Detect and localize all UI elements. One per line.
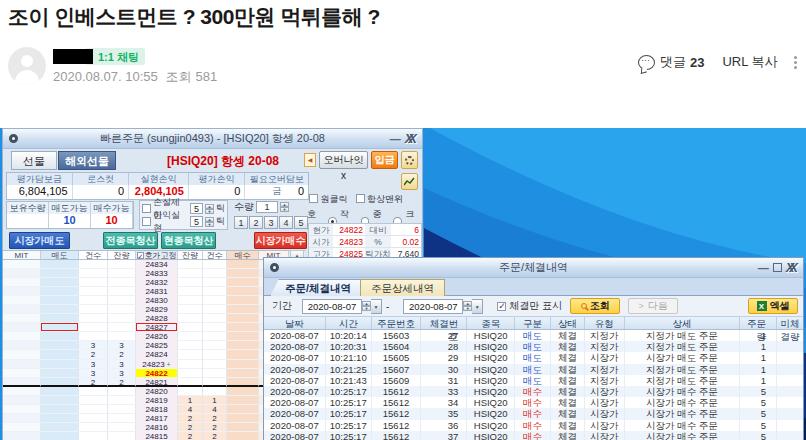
buy-order-cell[interactable] xyxy=(227,296,259,305)
table-row[interactable]: 2020-08-07 10:21:10 15605 29 HSIQ20 매도 체… xyxy=(264,352,803,363)
price-cell[interactable]: 24834 xyxy=(136,260,178,269)
table-row[interactable]: 2020-08-07 10:21:43 15609 31 HSIQ20 매도 체… xyxy=(264,375,803,386)
buy-order-cell[interactable] xyxy=(227,269,259,278)
market-sell-button[interactable]: 시장가매도 xyxy=(9,232,70,249)
table-row[interactable]: 2020-08-07 10:21:25 15607 30 HSIQ20 매도 체… xyxy=(264,364,803,375)
table-row[interactable]: 2020-08-07 10:25:17 15612 37 HSIQ20 매수 체… xyxy=(264,431,803,440)
sell-order-cell[interactable] xyxy=(41,378,79,387)
mit-sell-cell[interactable] xyxy=(3,260,41,269)
overnight-button[interactable]: 오버나잇 x xyxy=(319,151,368,169)
more-menu-icon[interactable] xyxy=(794,54,798,71)
sell-order-cell[interactable] xyxy=(41,387,79,396)
qty-button-3[interactable]: 3 xyxy=(264,216,278,229)
price-cell[interactable]: 24822 xyxy=(136,369,178,378)
sell-order-cell[interactable] xyxy=(41,432,79,440)
price-cell[interactable]: 24826 xyxy=(136,332,178,341)
sell-order-cell[interactable] xyxy=(41,369,79,378)
buy-order-cell[interactable] xyxy=(227,414,259,423)
buy-order-cell[interactable] xyxy=(227,332,259,341)
mit-sell-cell[interactable] xyxy=(3,396,41,405)
buy-order-cell[interactable] xyxy=(227,405,259,414)
chat-badge[interactable]: 1:1 채팅 xyxy=(86,48,145,65)
table-row[interactable]: 2020-08-07 10:25:17 15612 33 HSIQ20 매수 체… xyxy=(264,386,803,397)
date-from-dropdown-icon[interactable]: ▼ xyxy=(371,299,382,314)
url-copy-button[interactable]: URL 복사 xyxy=(722,53,777,71)
mit-sell-cell[interactable] xyxy=(3,287,41,296)
sell-order-cell[interactable] xyxy=(41,314,79,323)
mit-sell-cell[interactable] xyxy=(3,350,41,359)
sell-order-cell[interactable] xyxy=(41,278,79,287)
date-from-input[interactable]: 2020-08-07 ▼ xyxy=(302,299,382,314)
buy-order-cell[interactable] xyxy=(227,350,259,359)
buy-order-cell[interactable] xyxy=(227,278,259,287)
tab-order-detail[interactable]: 주문상세내역 xyxy=(360,279,445,296)
next-button[interactable]: > 다음 xyxy=(628,298,678,314)
sell-order-cell[interactable] xyxy=(41,296,79,305)
price-cell[interactable]: 24828 xyxy=(136,314,178,323)
filled-only-checkbox[interactable] xyxy=(497,302,506,311)
always-on-top-checkbox[interactable] xyxy=(356,194,365,203)
price-cell[interactable]: 24817 xyxy=(136,414,178,423)
mit-sell-cell[interactable] xyxy=(3,296,41,305)
buy-order-cell[interactable] xyxy=(227,287,259,296)
restore-icon[interactable] xyxy=(773,263,782,272)
table-row[interactable]: 2020-08-07 10:25:17 15612 36 HSIQ20 매수 체… xyxy=(264,420,803,431)
buy-order-cell[interactable] xyxy=(227,432,259,440)
price-cell[interactable]: 24819 xyxy=(136,396,178,405)
sell-order-cell[interactable] xyxy=(41,350,79,359)
mit-sell-cell[interactable] xyxy=(3,278,41,287)
date-to-dropdown-icon[interactable]: ▼ xyxy=(472,299,483,314)
mit-sell-cell[interactable] xyxy=(3,378,41,387)
minimize-icon[interactable]: — xyxy=(390,134,401,144)
mit-sell-cell[interactable] xyxy=(3,305,41,314)
buy-order-cell[interactable] xyxy=(227,314,259,323)
take-profit-ticks-input[interactable]: 5 xyxy=(190,216,203,227)
sell-order-cell[interactable] xyxy=(41,341,79,350)
price-cell[interactable]: 24825 xyxy=(136,341,178,350)
quick-order-titlebar[interactable]: 빠른주문 (sungjin0493) - [HSIQ20] 항셍 20-08 —… xyxy=(3,129,422,149)
sell-order-cell[interactable] xyxy=(41,360,79,369)
buy-order-cell[interactable] xyxy=(227,341,259,350)
market-buy-button[interactable]: 시장가매수 xyxy=(254,232,307,249)
quantity-spinner[interactable] xyxy=(280,202,289,212)
mit-sell-cell[interactable] xyxy=(3,341,41,350)
sell-order-cell[interactable] xyxy=(41,287,79,296)
price-cell[interactable]: 24830 xyxy=(136,296,178,305)
buy-order-cell[interactable] xyxy=(227,260,259,269)
qty-button-4[interactable]: 4 xyxy=(279,216,293,229)
buy-order-cell[interactable] xyxy=(227,396,259,405)
price-cell[interactable]: 24833 xyxy=(136,269,178,278)
mit-sell-cell[interactable] xyxy=(3,269,41,278)
price-cell[interactable]: 24820 xyxy=(136,387,178,396)
sell-order-cell[interactable] xyxy=(41,260,79,269)
mit-sell-cell[interactable] xyxy=(3,414,41,423)
sell-order-cell[interactable] xyxy=(41,396,79,405)
deposit-button[interactable]: 입금 xyxy=(371,151,398,169)
mit-sell-cell[interactable] xyxy=(3,405,41,414)
price-cell[interactable]: 24827 xyxy=(136,323,178,332)
sell-order-cell[interactable] xyxy=(41,323,79,332)
excel-button[interactable]: 엑셀 xyxy=(748,298,798,314)
table-row[interactable]: 2020-08-07 10:20:31 15604 28 HSIQ20 매도 체… xyxy=(264,341,803,352)
chart-button[interactable] xyxy=(401,173,418,190)
sell-order-cell[interactable] xyxy=(41,405,79,414)
table-row[interactable]: 2020-08-07 10:25:17 15612 35 HSIQ20 매수 체… xyxy=(264,408,803,419)
mit-sell-cell[interactable] xyxy=(3,323,41,332)
buy-order-cell[interactable] xyxy=(227,378,259,387)
price-fix-checkbox[interactable] xyxy=(137,252,144,259)
one-click-checkbox[interactable] xyxy=(309,194,318,203)
date-from-spinner[interactable] xyxy=(362,301,371,311)
price-cell[interactable]: 24815 xyxy=(136,432,178,440)
price-cell[interactable]: 24816 xyxy=(136,423,178,432)
buy-order-cell[interactable] xyxy=(227,423,259,432)
liquidate-current-button[interactable]: 현종목청산 xyxy=(161,232,216,249)
price-cell[interactable]: 24831 xyxy=(136,287,178,296)
settings-button[interactable] xyxy=(401,151,418,169)
tab-order-history[interactable]: 주문/체결내역 xyxy=(270,279,362,296)
symbol-dropdown-icon[interactable]: ◀ xyxy=(304,153,316,167)
date-to-spinner[interactable] xyxy=(463,301,472,311)
price-cell[interactable]: 24832 xyxy=(136,278,178,287)
take-profit-checkbox[interactable] xyxy=(142,217,151,226)
mit-sell-cell[interactable] xyxy=(3,369,41,378)
mit-sell-cell[interactable] xyxy=(3,432,41,440)
